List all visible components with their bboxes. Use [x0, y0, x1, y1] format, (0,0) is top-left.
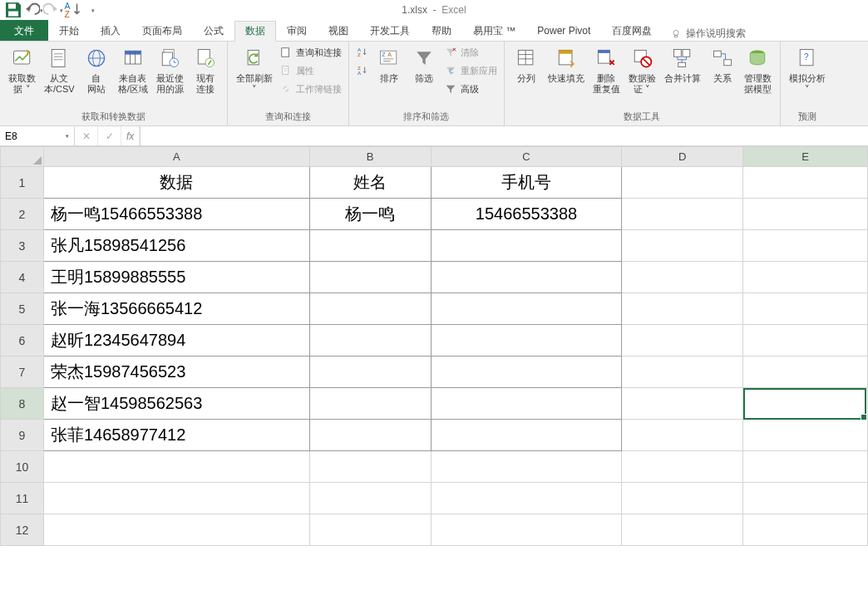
row-header-12[interactable]: 12	[1, 514, 44, 546]
row-header-3[interactable]: 3	[1, 230, 44, 262]
flash-fill-button[interactable]: 快速填充	[545, 43, 588, 86]
cell[interactable]: 荣杰15987456523	[43, 357, 309, 388]
cell[interactable]	[309, 514, 431, 546]
get-data-button[interactable]: 获取数 据 ˅	[5, 43, 39, 96]
cell[interactable]	[622, 325, 743, 357]
tab-eyb[interactable]: 易用宝 ™	[462, 20, 526, 41]
cell[interactable]	[431, 325, 622, 357]
row-header-6[interactable]: 6	[1, 325, 44, 357]
reapply-button[interactable]: 重新应用	[442, 61, 499, 80]
row-header-8[interactable]: 8	[1, 388, 44, 420]
cell[interactable]: 杨一鸣15466553388	[43, 199, 309, 230]
recent-sources-button[interactable]: 最近使 用的源	[153, 43, 187, 96]
cell[interactable]	[43, 483, 309, 514]
cell[interactable]	[309, 388, 431, 420]
cell[interactable]: 15466553388	[431, 199, 622, 230]
select-all-corner[interactable]	[1, 147, 44, 167]
cell[interactable]	[431, 420, 622, 451]
sort-asc-button[interactable]: AZ	[354, 43, 371, 61]
cell[interactable]	[431, 388, 622, 420]
cell[interactable]	[743, 199, 868, 230]
cell[interactable]	[743, 230, 868, 262]
row-header-2[interactable]: 2	[1, 199, 44, 230]
cell[interactable]	[309, 293, 431, 325]
tab-powerpivot[interactable]: Power Pivot	[526, 20, 601, 41]
cell[interactable]	[309, 451, 431, 483]
cell[interactable]	[622, 262, 743, 293]
cell[interactable]	[743, 293, 868, 325]
row-header-7[interactable]: 7	[1, 357, 44, 388]
data-validation-button[interactable]: 数据验 证 ˅	[625, 43, 659, 96]
sort-az-button[interactable]: AZ	[63, 1, 83, 19]
tab-pagelayout[interactable]: 页面布局	[131, 20, 193, 41]
enter-formula-button[interactable]: ✓	[98, 126, 121, 145]
save-button[interactable]	[3, 1, 23, 19]
cell[interactable]	[622, 199, 743, 230]
cell[interactable]	[431, 230, 622, 262]
cell[interactable]	[743, 420, 868, 451]
cell[interactable]	[309, 230, 431, 262]
consolidate-button[interactable]: 合并计算	[661, 43, 704, 86]
what-if-button[interactable]: ?模拟分析 ˅	[786, 43, 829, 96]
existing-conn-button[interactable]: 现有 连接	[189, 43, 222, 96]
cell[interactable]	[743, 388, 868, 420]
cell[interactable]: 手机号	[431, 167, 622, 199]
tab-help[interactable]: 帮助	[421, 20, 462, 41]
cell[interactable]	[622, 483, 743, 514]
cell[interactable]	[431, 357, 622, 388]
cell[interactable]	[309, 483, 431, 514]
col-header-D[interactable]: D	[622, 147, 743, 167]
manage-data-model-button[interactable]: 管理数 据模型	[741, 43, 775, 96]
refresh-all-button[interactable]: 全部刷新 ˅	[233, 43, 276, 96]
col-header-A[interactable]: A	[43, 147, 309, 167]
cell[interactable]	[309, 357, 431, 388]
cell[interactable]	[622, 420, 743, 451]
sort-desc-button[interactable]: ZA	[354, 61, 371, 80]
fx-button[interactable]: fx	[121, 126, 140, 145]
cell[interactable]	[743, 167, 868, 199]
cell[interactable]	[622, 451, 743, 483]
col-header-B[interactable]: B	[309, 147, 431, 167]
cell[interactable]	[309, 420, 431, 451]
cell[interactable]	[743, 262, 868, 293]
col-header-E[interactable]: E	[743, 147, 868, 167]
clear-filter-button[interactable]: 清除	[442, 43, 499, 61]
sort-button[interactable]: ZA排序	[372, 43, 406, 86]
cell[interactable]	[622, 230, 743, 262]
qat-customize-button[interactable]: ▾	[83, 1, 103, 19]
remove-duplicates-button[interactable]: 删除 重复值	[589, 43, 624, 96]
tab-data[interactable]: 数据	[234, 21, 276, 42]
row-header-9[interactable]: 9	[1, 420, 44, 451]
cell[interactable]: 张一海13566665412	[43, 293, 309, 325]
cell[interactable]	[309, 325, 431, 357]
cell[interactable]	[431, 451, 622, 483]
cell[interactable]	[43, 514, 309, 546]
spreadsheet-grid[interactable]: A B C D E 1 数据 姓名 手机号 2杨一鸣15466553388杨一鸣…	[0, 146, 868, 595]
cell[interactable]	[743, 451, 868, 483]
cell[interactable]	[431, 514, 622, 546]
row-header-5[interactable]: 5	[1, 293, 44, 325]
row-header-4[interactable]: 4	[1, 262, 44, 293]
name-box[interactable]: E8▾	[0, 126, 75, 145]
text-to-columns-button[interactable]: 分列	[510, 43, 543, 86]
cell[interactable]	[622, 357, 743, 388]
formula-input[interactable]	[141, 126, 868, 145]
cell[interactable]	[622, 167, 743, 199]
cell[interactable]	[431, 262, 622, 293]
cell[interactable]: 王明15899885555	[43, 262, 309, 293]
cell[interactable]	[309, 262, 431, 293]
row-header-1[interactable]: 1	[1, 167, 44, 199]
row-header-10[interactable]: 10	[1, 451, 44, 483]
cell[interactable]: 赵一智14598562563	[43, 388, 309, 420]
from-web-button[interactable]: 自 网站	[80, 43, 113, 96]
relationships-button[interactable]: 关系	[706, 43, 739, 86]
cell[interactable]	[431, 293, 622, 325]
redo-button[interactable]: ▾	[43, 1, 63, 19]
cell[interactable]	[743, 325, 868, 357]
cell[interactable]: 姓名	[309, 167, 431, 199]
tab-baidu[interactable]: 百度网盘	[601, 20, 663, 41]
tab-insert[interactable]: 插入	[90, 20, 131, 41]
cell[interactable]	[43, 451, 309, 483]
tab-home[interactable]: 开始	[48, 20, 90, 41]
from-table-button[interactable]: 来自表 格/区域	[115, 43, 151, 96]
